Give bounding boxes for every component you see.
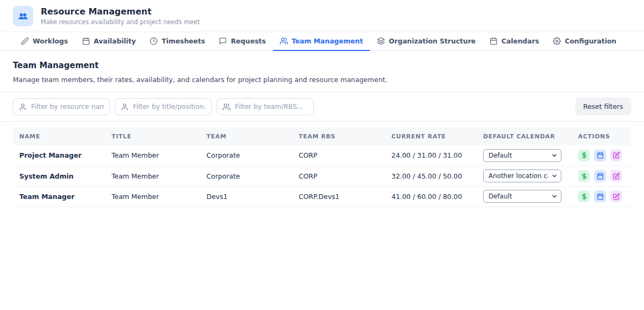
- table-row: Project Manager Team Member Corporate CO…: [13, 145, 631, 166]
- tab-worklogs[interactable]: Worklogs: [14, 32, 75, 51]
- default-calendar-dropdown[interactable]: Default: [483, 149, 561, 162]
- app-title: Resource Management: [41, 6, 200, 17]
- default-calendar-select[interactable]: Default: [483, 149, 561, 162]
- edit-icon: [613, 193, 620, 200]
- filter-team-rbs-input[interactable]: [217, 98, 314, 115]
- column-header-current-rate: CURRENT RATE: [385, 128, 477, 145]
- row-actions: [578, 170, 625, 182]
- clock-icon: [150, 37, 158, 45]
- column-header-name: NAME: [13, 128, 105, 145]
- cell-title: Team Member: [105, 166, 200, 186]
- cell-name: Project Manager: [13, 145, 105, 166]
- page-head: Team Management Manage team members, the…: [0, 51, 644, 84]
- cell-team: Corporate: [200, 166, 292, 186]
- cell-team-rbs: CORP.Devs1: [292, 186, 385, 206]
- page-description: Manage team members, their rates, availa…: [13, 76, 631, 84]
- layers-icon: [377, 37, 385, 45]
- calendar-icon: [597, 173, 604, 180]
- rates-button[interactable]: [578, 150, 590, 161]
- tab-label: Timesheets: [161, 37, 205, 45]
- default-calendar-dropdown[interactable]: Another location calen: [483, 169, 561, 182]
- tab-label: Organization Structure: [389, 37, 476, 45]
- calendar-icon: [597, 152, 604, 159]
- rates-button[interactable]: [578, 170, 590, 182]
- tab-configuration[interactable]: Configuration: [546, 32, 623, 51]
- cell-name: Team Manager: [13, 186, 105, 206]
- default-calendar-select[interactable]: Default: [483, 190, 561, 203]
- cell-current-rate: 24.00 / 31.00 / 31.00: [385, 145, 477, 166]
- column-header-team: TEAM: [200, 128, 292, 145]
- cell-title: Team Member: [105, 186, 200, 206]
- tab-team-management[interactable]: Team Management: [273, 32, 370, 51]
- dollar-icon: [581, 173, 588, 180]
- cell-team-rbs: CORP: [292, 166, 385, 186]
- reset-filters-button[interactable]: Reset filters: [575, 98, 631, 115]
- cell-name: System Admin: [13, 166, 105, 186]
- table-row: Team Manager Team Member Devs1 CORP.Devs…: [13, 186, 631, 206]
- default-calendar-select[interactable]: Another location calen: [483, 169, 561, 182]
- filter-resource-name-input[interactable]: [13, 98, 110, 115]
- availability-calendar-button[interactable]: [594, 150, 606, 161]
- availability-calendar-button[interactable]: [594, 190, 606, 202]
- column-header-actions: ACTIONS: [572, 128, 631, 145]
- tab-label: Team Management: [292, 37, 363, 45]
- row-actions: [578, 190, 625, 202]
- tab-label: Availability: [94, 37, 136, 45]
- users-icon: [13, 6, 33, 26]
- tab-organization-structure[interactable]: Organization Structure: [370, 32, 483, 51]
- edit-button[interactable]: [610, 170, 622, 182]
- dollar-icon: [581, 152, 588, 159]
- cell-team: Corporate: [200, 145, 292, 166]
- edit-button[interactable]: [610, 150, 622, 161]
- cell-team: Devs1: [200, 186, 292, 206]
- column-header-default-calendar: DEFAULT CALENDAR: [477, 128, 572, 145]
- pencil-icon: [21, 37, 29, 45]
- calendar-icon: [82, 37, 90, 45]
- calendar-icon: [490, 37, 498, 45]
- table-header-row: NAME TITLE TEAM TEAM RBS CURRENT RATE DE…: [13, 128, 631, 145]
- calendar-icon: [597, 193, 604, 200]
- row-actions: [578, 150, 625, 161]
- app-header: Resource Management Make resources avail…: [0, 0, 644, 32]
- column-header-team-rbs: TEAM RBS: [292, 128, 385, 145]
- dollar-icon: [581, 193, 588, 200]
- filter-title-position-input[interactable]: [115, 98, 212, 115]
- filters-row: Reset filters: [0, 92, 644, 121]
- app-subtitle: Make resources availability and project …: [41, 18, 200, 26]
- cell-current-rate: 32.00 / 45.00 / 50.00: [385, 166, 477, 186]
- people-icon: [280, 37, 288, 45]
- tab-requests[interactable]: Requests: [212, 32, 272, 51]
- tab-bar: Worklogs Availability Timesheets Request…: [0, 32, 644, 51]
- tab-timesheets[interactable]: Timesheets: [143, 32, 212, 51]
- page-title: Team Management: [13, 61, 631, 70]
- filter-team-rbs: [217, 98, 314, 115]
- edit-icon: [613, 152, 620, 159]
- gear-icon: [553, 37, 561, 45]
- column-header-title: TITLE: [105, 128, 200, 145]
- team-table: NAME TITLE TEAM TEAM RBS CURRENT RATE DE…: [13, 128, 631, 207]
- rates-button[interactable]: [578, 190, 590, 202]
- tab-label: Configuration: [565, 37, 616, 45]
- cell-current-rate: 41.00 / 60.00 / 80.00: [385, 186, 477, 206]
- tab-label: Requests: [231, 37, 265, 45]
- team-table-wrap: NAME TITLE TEAM TEAM RBS CURRENT RATE DE…: [0, 122, 644, 207]
- tab-label: Worklogs: [33, 37, 68, 45]
- filter-title-position: [115, 98, 212, 115]
- cell-team-rbs: CORP: [292, 145, 385, 166]
- chat-icon: [219, 37, 227, 45]
- cell-title: Team Member: [105, 145, 200, 166]
- tab-calendars[interactable]: Calendars: [483, 32, 546, 51]
- tab-availability[interactable]: Availability: [75, 32, 143, 51]
- default-calendar-dropdown[interactable]: Default: [483, 190, 561, 203]
- table-row: System Admin Team Member Corporate CORP …: [13, 166, 631, 186]
- tab-label: Calendars: [501, 37, 539, 45]
- edit-button[interactable]: [610, 190, 622, 202]
- availability-calendar-button[interactable]: [594, 170, 606, 182]
- edit-icon: [613, 173, 620, 180]
- filter-resource-name: [13, 98, 110, 115]
